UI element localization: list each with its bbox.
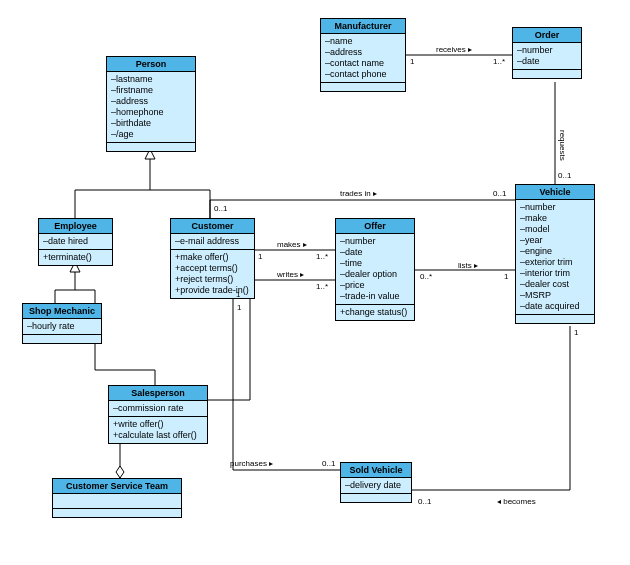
class-shop-mechanic: Shop Mechanic –hourly rate xyxy=(22,303,102,344)
mult-receives-1: 1 xyxy=(410,57,414,66)
mult-makes-1: 1 xyxy=(258,252,262,261)
label-writes: writes ▸ xyxy=(277,270,304,279)
mult-tradesin-1: 0..1 xyxy=(214,204,227,213)
class-person: Person –lastname–firstname–address–homep… xyxy=(106,56,196,152)
class-salesperson: Salesperson –commission rate +write offe… xyxy=(108,385,208,444)
mult-purchases-1: 1 xyxy=(237,303,241,312)
ops xyxy=(516,315,594,323)
ops xyxy=(341,494,411,502)
mult-becomes-1: 0..1 xyxy=(418,497,431,506)
attrs: –lastname–firstname–address–homephone–bi… xyxy=(107,72,195,143)
class-sold-vehicle: Sold Vehicle –delivery date xyxy=(340,462,412,503)
mult-becomes-2: 1 xyxy=(574,328,578,337)
label-purchases: purchases ▸ xyxy=(230,459,273,468)
attrs: –number–date xyxy=(513,43,581,70)
ops xyxy=(321,83,405,91)
ops: +change status() xyxy=(336,305,414,320)
class-manufacturer: Manufacturer –name–address–contact name–… xyxy=(320,18,406,92)
class-title: Salesperson xyxy=(109,386,207,401)
ops xyxy=(513,70,581,78)
label-becomes: ◂ becomes xyxy=(497,497,536,506)
mult-lists-1: 0..* xyxy=(420,272,432,281)
attrs: –number–make–model–year–engine–exterior … xyxy=(516,200,594,315)
attrs: –name–address–contact name–contact phone xyxy=(321,34,405,83)
class-order: Order –number–date xyxy=(512,27,582,79)
class-title: Customer xyxy=(171,219,254,234)
class-title: Shop Mechanic xyxy=(23,304,101,319)
ops: +write offer()+calculate last offer() xyxy=(109,417,207,443)
label-makes: makes ▸ xyxy=(277,240,307,249)
class-employee: Employee –date hired +terminate() xyxy=(38,218,113,266)
mult-makes-2: 1..* xyxy=(316,252,328,261)
class-title: Employee xyxy=(39,219,112,234)
label-receives: receives ▸ xyxy=(436,45,472,54)
attrs: –delivery date xyxy=(341,478,411,494)
label-tradesin: trades in ▸ xyxy=(340,189,377,198)
class-title: Order xyxy=(513,28,581,43)
class-title: Vehicle xyxy=(516,185,594,200)
class-offer: Offer –number–date–time–dealer option–pr… xyxy=(335,218,415,321)
ops: +terminate() xyxy=(39,250,112,265)
class-vehicle: Vehicle –number–make–model–year–engine–e… xyxy=(515,184,595,324)
mult-tradesin-2: 0..1 xyxy=(493,189,506,198)
label-lists: lists ▸ xyxy=(458,261,478,270)
mult-receives-2: 1..* xyxy=(493,57,505,66)
ops: +make offer()+accept terms()+reject term… xyxy=(171,250,254,298)
class-title: Manufacturer xyxy=(321,19,405,34)
class-title: Offer xyxy=(336,219,414,234)
attrs xyxy=(53,494,181,509)
ops xyxy=(23,335,101,343)
attrs: –e-mail address xyxy=(171,234,254,250)
class-title: Sold Vehicle xyxy=(341,463,411,478)
attrs: –date hired xyxy=(39,234,112,250)
label-requests: requests xyxy=(558,130,567,161)
mult-purchases-2: 0..1 xyxy=(322,459,335,468)
attrs: –number–date–time–dealer option–price–tr… xyxy=(336,234,414,305)
class-title: Customer Service Team xyxy=(53,479,181,494)
attrs: –hourly rate xyxy=(23,319,101,335)
class-customer: Customer –e-mail address +make offer()+a… xyxy=(170,218,255,299)
ops xyxy=(107,143,195,151)
mult-requests: 0..1 xyxy=(558,171,571,180)
mult-writes-2: 1..* xyxy=(316,282,328,291)
class-title: Person xyxy=(107,57,195,72)
attrs: –commission rate xyxy=(109,401,207,417)
mult-writes-1: 1 xyxy=(236,290,240,299)
ops xyxy=(53,509,181,517)
class-cst: Customer Service Team xyxy=(52,478,182,518)
mult-lists-2: 1 xyxy=(504,272,508,281)
